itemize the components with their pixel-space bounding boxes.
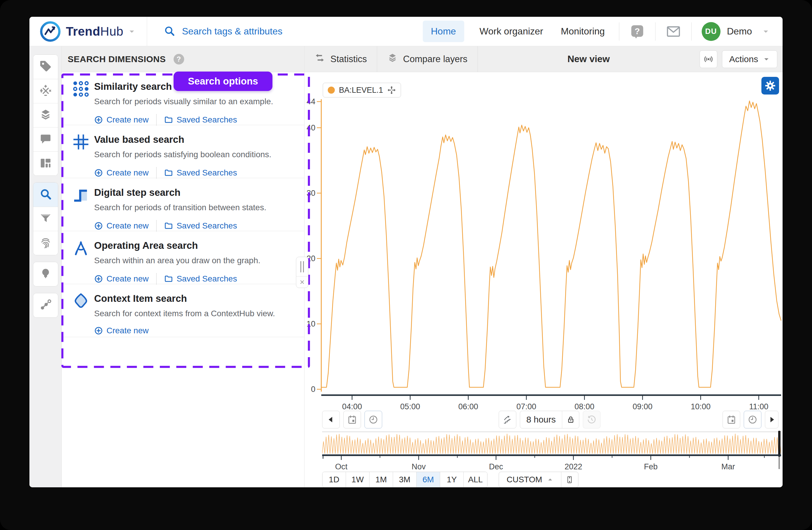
sidebar-item-suggestions[interactable] xyxy=(33,262,58,286)
mail-icon[interactable] xyxy=(666,24,681,40)
saved-searches-link[interactable]: Saved Searches xyxy=(164,221,237,231)
expand-range-button[interactable] xyxy=(561,472,578,487)
filter-icon xyxy=(39,212,52,226)
user-menu-chevron-icon[interactable] xyxy=(762,28,770,35)
saved-searches-link[interactable]: Saved Searches xyxy=(164,274,237,283)
search-card-context-item-search: Context Item searchSearch for context it… xyxy=(62,284,304,337)
svg-text:40: 40 xyxy=(307,123,315,132)
series-name: BA:LEVEL.1 xyxy=(339,86,383,95)
help-icon[interactable]: ? xyxy=(629,24,645,40)
preset-1d[interactable]: 1D xyxy=(322,472,346,487)
svg-text:Nov: Nov xyxy=(411,462,426,471)
preset-6m[interactable]: 6M xyxy=(417,472,440,487)
pan-right-button[interactable] xyxy=(765,411,779,429)
preset-1w[interactable]: 1W xyxy=(346,472,369,487)
card-links: Create newSaved Searches xyxy=(94,167,298,179)
nav-item-home[interactable]: Home xyxy=(423,20,464,42)
sidebar-item-calculation[interactable] xyxy=(33,79,58,103)
plus-circle-icon xyxy=(94,221,103,230)
svg-text:10: 10 xyxy=(307,320,315,328)
chart-column: Statistics Compare layers New view Actio… xyxy=(304,46,783,487)
chart-settings-button[interactable] xyxy=(762,77,779,95)
end-date-button[interactable] xyxy=(723,411,740,429)
timebar-right-controls xyxy=(723,411,779,429)
trendhub-logo-icon xyxy=(40,20,61,42)
card-description: Search for periods of transition between… xyxy=(94,203,298,212)
nav-item-monitoring[interactable]: Monitoring xyxy=(559,20,607,42)
sidebar-rail xyxy=(29,46,62,487)
svg-text:30: 30 xyxy=(307,189,315,198)
panel-resize-handle[interactable] xyxy=(296,257,308,288)
create-new-link[interactable]: Create new xyxy=(94,326,148,335)
live-mode-button[interactable] xyxy=(700,50,717,68)
end-time-button[interactable] xyxy=(744,411,762,429)
saved-searches-link[interactable]: Saved Searches xyxy=(164,168,237,178)
grip-icon[interactable] xyxy=(296,257,308,277)
brand-area: TrendHub xyxy=(29,20,147,42)
plus-circle-icon xyxy=(94,115,103,124)
sidebar-item-filter[interactable] xyxy=(33,207,58,231)
start-date-button[interactable] xyxy=(343,411,361,429)
sidebar-item-fingerprint[interactable] xyxy=(33,231,58,255)
timeline-overview[interactable] xyxy=(322,431,781,456)
preset-all[interactable]: ALL xyxy=(464,472,487,487)
sidebar-group xyxy=(33,262,58,287)
preset-1y[interactable]: 1Y xyxy=(440,472,464,487)
create-new-link[interactable]: Create new xyxy=(94,168,148,178)
lock-icon[interactable] xyxy=(562,411,579,428)
sidebar-group xyxy=(33,182,58,255)
range-presets: 1D1W1M3M6M1YALL xyxy=(322,472,488,487)
sidebar-group xyxy=(33,55,58,176)
actions-button[interactable]: Actions xyxy=(722,50,777,68)
svg-text:Oct: Oct xyxy=(335,462,348,471)
search-dimensions-panel: SEARCH DIMENSIONS ? Similarity searchSea… xyxy=(62,46,304,487)
layers-icon xyxy=(39,108,52,123)
preset-1m[interactable]: 1M xyxy=(369,472,393,487)
duration-value[interactable]: 8 hours xyxy=(520,411,562,428)
custom-range-button[interactable]: CUSTOM xyxy=(499,472,561,487)
sidebar-item-layers[interactable] xyxy=(33,103,58,127)
diamond-icon xyxy=(72,292,89,309)
sidebar-item-connections[interactable] xyxy=(33,293,58,317)
search-input[interactable]: Search tags & attributes xyxy=(147,25,422,38)
card-title: Value based search xyxy=(94,134,298,145)
similarity-icon xyxy=(72,80,89,97)
create-new-link[interactable]: Create new xyxy=(94,115,148,125)
close-icon[interactable] xyxy=(296,277,308,288)
series-color-dot xyxy=(328,86,335,94)
search-card-list: Similarity searchSearch for periods visu… xyxy=(62,72,304,487)
timeline-month-axis: OctNovDec2022FebMar xyxy=(322,453,781,473)
app-window: TrendHub Search tags & attributes HomeWo… xyxy=(29,17,783,487)
app-switcher-chevron-icon[interactable] xyxy=(128,28,136,35)
dashboard-icon xyxy=(39,157,52,171)
nav-item-work-organizer[interactable]: Work organizer xyxy=(477,20,546,42)
search-options-badge: Search options xyxy=(174,72,273,91)
svg-text:07:00: 07:00 xyxy=(516,402,536,411)
svg-text:06:00: 06:00 xyxy=(458,402,478,411)
sidebar-item-search[interactable] xyxy=(33,183,58,207)
trend-scale-button[interactable] xyxy=(499,411,516,429)
statistics-tab[interactable]: Statistics xyxy=(304,46,377,72)
svg-text:05:00: 05:00 xyxy=(400,402,420,411)
sidebar-item-tag[interactable] xyxy=(33,55,58,79)
create-new-link[interactable]: Create new xyxy=(94,274,148,283)
swap-arrows-icon xyxy=(315,53,325,66)
history-button[interactable] xyxy=(583,411,600,429)
series-legend-chip[interactable]: BA:LEVEL.1 xyxy=(323,83,401,97)
timebar-left-controls xyxy=(322,411,382,429)
pan-left-button[interactable] xyxy=(322,411,340,429)
comments-icon xyxy=(39,132,52,147)
saved-searches-link[interactable]: Saved Searches xyxy=(164,115,237,125)
sidebar-item-dashboard[interactable] xyxy=(33,151,58,176)
svg-text:Dec: Dec xyxy=(489,462,503,471)
avatar[interactable]: DU xyxy=(702,22,721,41)
card-links: Create newSaved Searches xyxy=(94,220,298,232)
sidebar-item-comments[interactable] xyxy=(33,127,58,151)
create-new-link[interactable]: Create new xyxy=(94,221,148,231)
preset-3m[interactable]: 3M xyxy=(393,472,417,487)
compare-layers-tab[interactable]: Compare layers xyxy=(377,46,478,72)
start-time-button[interactable] xyxy=(364,411,382,429)
connections-icon xyxy=(39,298,52,312)
panel-help-icon[interactable]: ? xyxy=(174,54,184,65)
trend-chart[interactable]: 0102030404404:0005:0006:0007:0008:0009:0… xyxy=(306,93,783,412)
